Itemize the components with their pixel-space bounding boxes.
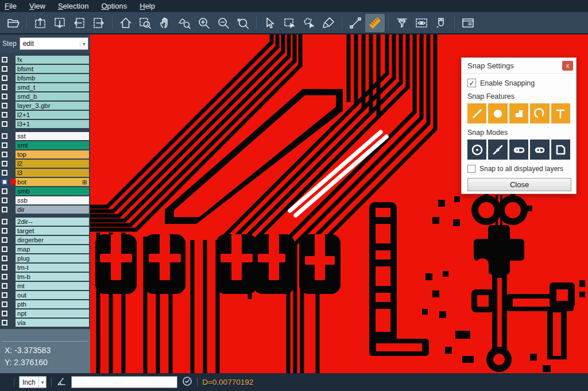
layer-visibility-checkbox[interactable] [2,112,7,118]
layer-row[interactable]: l3+1 ⊞ [0,119,90,128]
layer-visibility-checkbox[interactable] [2,188,7,194]
layer-visibility-checkbox[interactable] [2,320,7,326]
layer-row[interactable]: bot ⊞ [0,177,90,186]
measure-distance-button[interactable] [346,14,365,32]
layer-row[interactable]: bfsmb ⊞ [0,73,90,82]
layer-color-band[interactable]: dirgerber ⊞ [16,236,89,244]
layer-row[interactable]: dirgerber ⊞ [0,235,90,244]
layer-color-band[interactable]: tm-b ⊞ [16,273,89,281]
layer-color-band[interactable]: layer_3.gbr ⊞ [16,102,89,110]
layer-row[interactable]: fx ⊞ [0,55,90,64]
layer-row[interactable]: dir ⊞ [0,205,90,214]
layer-row[interactable]: plug ⊞ [0,254,90,262]
home-view-button[interactable] [116,14,136,32]
layer-visibility-checkbox[interactable] [2,161,7,167]
step-select[interactable]: edit ▾ [20,37,88,50]
layer-color-band[interactable]: dir ⊞ [16,206,89,214]
layer-visibility-checkbox[interactable] [2,66,7,72]
zoom-out-button[interactable] [214,14,233,32]
panel-layout-button[interactable] [458,14,478,32]
zoom-polygon-button[interactable] [175,14,194,32]
layer-row[interactable]: tm-t ⊞ [0,263,90,272]
select-polygon-button[interactable] [299,14,319,32]
layer-row[interactable]: top ⊞ [0,150,90,158]
apply-button[interactable] [182,376,192,389]
pan-up-button[interactable] [30,14,50,32]
layer-color-band[interactable]: map ⊞ [16,245,89,253]
layer-row[interactable]: pth ⊞ [0,300,90,308]
layer-color-band[interactable]: npt ⊞ [16,309,89,318]
layer-visibility-checkbox[interactable] [2,142,7,148]
layer-visibility-checkbox[interactable] [2,57,7,63]
layer-color-band[interactable]: l3+1 ⊞ [16,120,89,128]
command-input[interactable] [71,376,177,388]
layer-row[interactable]: layer_3.gbr ⊞ [0,101,90,110]
unit-select[interactable]: Inch ▾ [19,376,47,388]
layer-visibility-checkbox[interactable] [2,75,7,81]
layer-visibility-checkbox[interactable] [2,292,7,298]
layer-visibility-checkbox[interactable] [2,255,7,261]
snap-circle-button[interactable] [488,103,507,123]
enable-snapping-checkbox[interactable]: ✓ [467,79,476,87]
filter-button[interactable] [392,14,412,32]
layer-color-band[interactable]: l2 ⊞ [16,160,89,168]
angle-mode-button[interactable] [56,376,67,389]
select-rectangle-button[interactable] [280,14,299,32]
layer-color-band[interactable]: fx ⊞ [16,56,89,64]
select-pointer-button[interactable] [260,14,280,32]
layer-color-band[interactable]: l2+1 ⊞ [16,111,89,119]
layer-visibility-checkbox[interactable] [2,301,7,307]
close-button[interactable]: Close [467,178,571,191]
layer-visibility-checkbox[interactable] [2,274,7,280]
menu-item[interactable]: File [5,2,17,10]
layer-row[interactable]: l2 ⊞ [0,159,90,168]
layer-color-band[interactable]: bfsmb ⊞ [16,74,89,82]
snap-all-layers-checkbox[interactable] [467,165,475,173]
layer-color-band[interactable]: bfsmt ⊞ [16,65,89,73]
layer-row[interactable]: 2dir-- ⊞ [0,217,90,226]
close-icon[interactable]: x [562,61,573,71]
layer-visibility-checkbox[interactable] [2,246,7,252]
layer-row[interactable]: smd_t ⊞ [0,83,90,91]
layer-row[interactable]: out ⊞ [0,291,90,299]
layer-row[interactable]: sst ⊞ [0,131,90,140]
pan-right-button[interactable] [89,14,109,32]
layer-row[interactable]: l3 ⊞ [0,168,90,177]
snap-outline-button[interactable] [551,140,570,160]
snap-center-button[interactable] [467,140,486,160]
zoom-window-button[interactable] [136,14,155,32]
menu-item[interactable]: View [29,2,45,10]
layer-row[interactable]: smd_b ⊞ [0,92,90,100]
layer-visibility-checkbox[interactable] [2,152,7,157]
snap-point-on-line-button[interactable] [488,140,507,160]
layer-row[interactable]: mt ⊞ [0,281,90,290]
layer-color-band[interactable]: mt ⊞ [16,282,89,290]
layer-color-band[interactable]: via ⊞ [16,319,89,327]
layer-row[interactable]: tm-b ⊞ [0,272,90,281]
select-brush-button[interactable] [319,14,338,32]
layer-color-band[interactable]: smb ⊞ [16,187,89,195]
snap-text-button[interactable] [551,103,570,123]
layer-color-band[interactable]: bot ⊞ [16,178,89,186]
pan-left-button[interactable] [69,14,89,32]
pan-hand-button[interactable] [155,14,175,32]
snap-magnet-button[interactable] [431,14,451,32]
pan-down-button[interactable] [50,14,69,32]
measure-ruler-button[interactable] [365,14,385,32]
snap-arc-button[interactable] [530,103,549,123]
layer-visibility-checkbox[interactable] [2,170,7,176]
layer-row[interactable]: smb ⊞ [0,187,90,195]
snap-oblong-center-button[interactable] [530,140,549,160]
layer-row[interactable]: target ⊞ [0,226,90,235]
layer-visibility-checkbox[interactable] [2,207,7,212]
layer-visibility-checkbox[interactable] [2,94,7,99]
layer-row[interactable]: bfsmt ⊞ [0,64,90,73]
layer-visibility-checkbox[interactable] [2,228,7,234]
layer-row[interactable]: l2+1 ⊞ [0,110,90,119]
layer-visibility-checkbox[interactable] [2,311,7,316]
layer-visibility-checkbox[interactable] [2,237,7,243]
layer-row[interactable]: via ⊞ [0,318,90,327]
view-options-button[interactable] [412,14,431,32]
layer-visibility-checkbox[interactable] [2,219,7,224]
layer-color-band[interactable]: sst ⊞ [16,132,89,140]
